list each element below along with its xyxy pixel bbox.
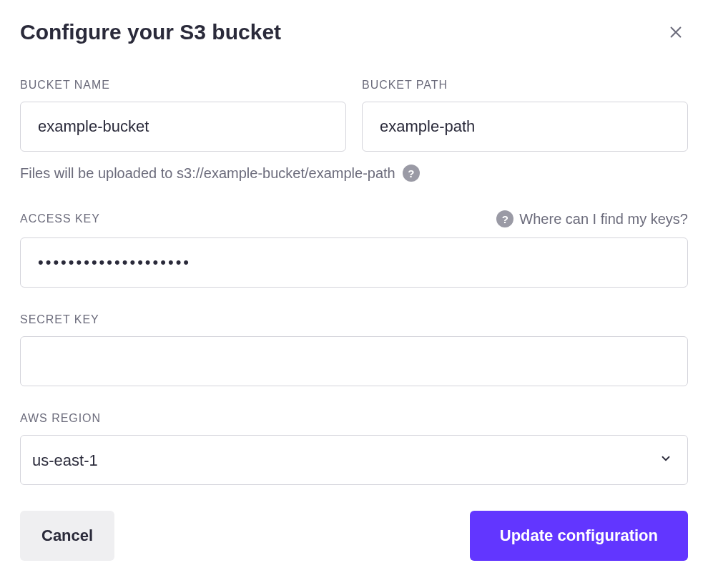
aws-region-field: AWS REGION us-east-1: [20, 412, 688, 485]
bucket-name-label: BUCKET NAME: [20, 79, 346, 92]
access-key-label-row: ACCESS KEY ? Where can I find my keys?: [20, 210, 688, 227]
secret-key-input[interactable]: [20, 336, 688, 386]
aws-region-select[interactable]: us-east-1: [20, 435, 688, 485]
access-key-input[interactable]: [20, 237, 688, 288]
secret-key-label: SECRET KEY: [20, 313, 688, 326]
bucket-path-field: BUCKET PATH: [362, 79, 688, 152]
bucket-name-field: BUCKET NAME: [20, 79, 346, 152]
find-keys-help-link[interactable]: ? Where can I find my keys?: [496, 210, 688, 227]
access-key-label: ACCESS KEY: [20, 212, 100, 225]
bucket-name-input[interactable]: [20, 102, 346, 152]
access-key-field: ACCESS KEY ? Where can I find my keys?: [20, 210, 688, 288]
question-icon[interactable]: ?: [403, 165, 420, 182]
dialog-title: Configure your S3 bucket: [20, 20, 281, 44]
bucket-row: BUCKET NAME BUCKET PATH: [20, 79, 688, 152]
secret-key-field: SECRET KEY: [20, 313, 688, 386]
close-button[interactable]: [664, 20, 688, 44]
cancel-button[interactable]: Cancel: [20, 511, 114, 561]
aws-region-select-wrap: us-east-1: [20, 435, 688, 485]
upload-path-hint: Files will be uploaded to s3://example-b…: [20, 165, 688, 182]
bucket-path-label: BUCKET PATH: [362, 79, 688, 92]
bucket-path-input[interactable]: [362, 102, 688, 152]
aws-region-label: AWS REGION: [20, 412, 688, 425]
close-icon: [668, 24, 684, 40]
find-keys-help-text: Where can I find my keys?: [519, 211, 688, 227]
dialog-footer: Cancel Update configuration: [20, 511, 688, 561]
upload-path-hint-text: Files will be uploaded to s3://example-b…: [20, 165, 395, 182]
update-configuration-button[interactable]: Update configuration: [470, 511, 688, 561]
question-icon: ?: [496, 210, 513, 227]
dialog-header: Configure your S3 bucket: [20, 20, 688, 44]
